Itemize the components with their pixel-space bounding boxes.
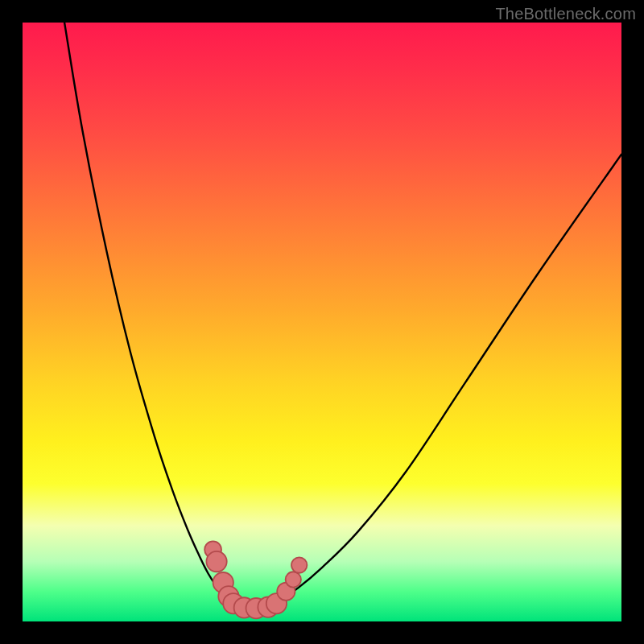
optimum-nodes — [204, 541, 307, 618]
curve-left-branch — [64, 23, 229, 601]
optimum-node — [286, 572, 301, 587]
watermark-text: TheBottleneck.com — [495, 5, 636, 23]
optimum-node — [206, 551, 226, 572]
curve-right-branch — [279, 155, 621, 601]
chart-frame — [23, 23, 621, 621]
optimum-node — [291, 557, 307, 572]
bottleneck-chart — [23, 23, 621, 621]
